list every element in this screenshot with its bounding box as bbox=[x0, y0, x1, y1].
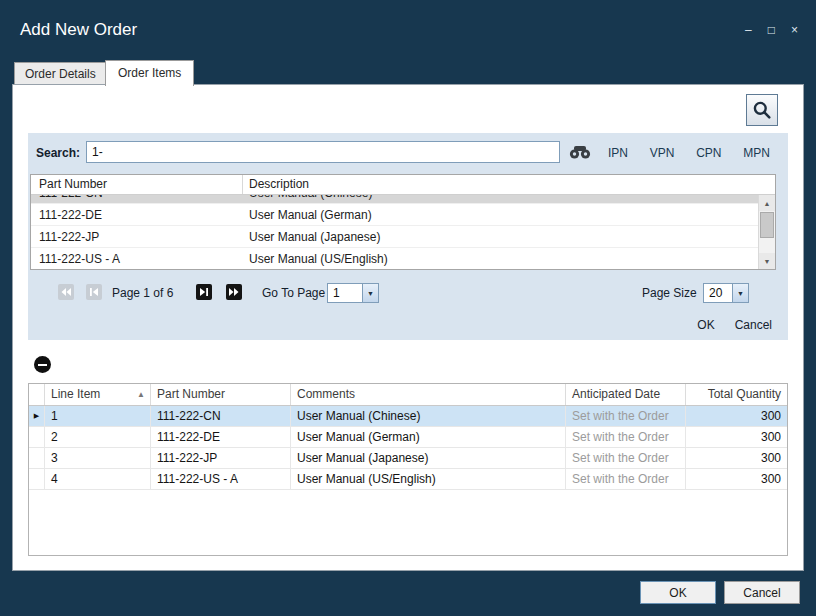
scroll-down-icon[interactable]: ▼ bbox=[759, 253, 775, 269]
row-indicator-cell bbox=[29, 469, 45, 489]
column-header-anticipated-date[interactable]: Anticipated Date bbox=[566, 384, 686, 405]
cell-part-number: 111-222-DE bbox=[31, 208, 243, 222]
column-header-label: Line Item bbox=[51, 384, 100, 405]
row-indicator-column-header bbox=[29, 384, 45, 405]
table-row[interactable]: 2 111-222-DE User Manual (German) Set wi… bbox=[29, 427, 787, 448]
cell-comments: User Manual (German) bbox=[291, 427, 566, 447]
next-page-icon bbox=[197, 285, 211, 299]
cell-description: User Manual (Chinese) bbox=[243, 195, 758, 200]
cell-description: User Manual (Japanese) bbox=[243, 230, 758, 244]
row-indicator-cell bbox=[29, 427, 45, 447]
previous-page-icon bbox=[87, 285, 101, 299]
cell-line-item: 2 bbox=[45, 427, 151, 447]
list-item[interactable]: 111-222-CN User Manual (Chinese) bbox=[31, 195, 758, 204]
column-header-part-number[interactable]: Part Number bbox=[31, 175, 243, 194]
vertical-scrollbar[interactable]: ▲ ▼ bbox=[758, 195, 775, 269]
maximize-button[interactable]: □ bbox=[768, 22, 775, 38]
row-indicator-icon: ▶ bbox=[34, 406, 39, 426]
sort-asc-icon: ▲ bbox=[137, 384, 145, 405]
go-to-page-select[interactable]: 1 ▼ bbox=[327, 283, 379, 303]
order-items-grid-header: Line Item ▲ Part Number Comments Anticip… bbox=[29, 384, 787, 406]
search-results-grid: Part Number Description 111-222-CN User … bbox=[30, 174, 776, 270]
cell-anticipated-date: Set with the Order bbox=[566, 427, 686, 447]
window-title: Add New Order bbox=[20, 20, 137, 40]
scrollbar-thumb[interactable] bbox=[760, 212, 774, 238]
cell-total-quantity: 300 bbox=[686, 427, 787, 447]
search-panel: Search: IPN VPN CPN MPN Part Number Desc… bbox=[28, 133, 788, 340]
search-ok-link[interactable]: OK bbox=[697, 318, 714, 332]
remove-line-item-button[interactable] bbox=[34, 356, 51, 373]
cell-description: User Manual (German) bbox=[243, 208, 758, 222]
table-row[interactable]: ▶ 1 111-222-CN User Manual (Chinese) Set… bbox=[29, 406, 787, 427]
column-header-total-quantity[interactable]: Total Quantity bbox=[686, 384, 787, 405]
list-item[interactable]: 111-222-JP User Manual (Japanese) bbox=[31, 226, 758, 248]
filter-cpn-link[interactable]: CPN bbox=[696, 146, 721, 160]
cell-comments: User Manual (US/English) bbox=[291, 469, 566, 489]
column-header-comments[interactable]: Comments bbox=[291, 384, 566, 405]
first-page-icon bbox=[59, 285, 73, 299]
minus-icon bbox=[38, 364, 47, 366]
last-page-icon bbox=[227, 285, 241, 299]
row-indicator-cell: ▶ bbox=[29, 406, 45, 426]
row-indicator-cell bbox=[29, 448, 45, 468]
search-toggle-button[interactable] bbox=[746, 94, 778, 126]
cell-anticipated-date: Set with the Order bbox=[566, 406, 686, 426]
list-item[interactable]: 111-222-DE User Manual (German) bbox=[31, 204, 758, 226]
search-results-header: Part Number Description bbox=[31, 175, 775, 195]
search-label: Search: bbox=[36, 146, 80, 160]
cell-part-number: 111-222-US - A bbox=[31, 252, 243, 266]
minimize-button[interactable]: – bbox=[745, 22, 752, 38]
list-item[interactable]: 111-222-US - A User Manual (US/English) bbox=[31, 248, 758, 269]
scroll-up-icon[interactable]: ▲ bbox=[759, 195, 775, 211]
page-status: Page 1 of 6 bbox=[112, 286, 173, 300]
search-cancel-link[interactable]: Cancel bbox=[735, 318, 772, 332]
first-page-button[interactable] bbox=[58, 284, 74, 300]
cell-line-item: 1 bbox=[45, 406, 151, 426]
next-page-button[interactable] bbox=[196, 284, 212, 300]
ok-button[interactable]: OK bbox=[640, 581, 716, 604]
search-filter-links: IPN VPN CPN MPN bbox=[608, 146, 770, 160]
column-header-part-number[interactable]: Part Number bbox=[151, 384, 291, 405]
previous-page-button[interactable] bbox=[86, 284, 102, 300]
cell-part-number: 111-222-DE bbox=[151, 427, 291, 447]
filter-mpn-link[interactable]: MPN bbox=[743, 146, 770, 160]
cell-anticipated-date: Set with the Order bbox=[566, 469, 686, 489]
cell-part-number: 111-222-CN bbox=[31, 195, 243, 200]
filter-vpn-link[interactable]: VPN bbox=[650, 146, 675, 160]
page-size-value: 20 bbox=[704, 284, 732, 302]
cell-part-number: 111-222-JP bbox=[151, 448, 291, 468]
search-panel-actions: OK Cancel bbox=[560, 318, 772, 332]
add-new-order-dialog: Add New Order – □ × Order Details Order … bbox=[0, 0, 816, 616]
cell-total-quantity: 300 bbox=[686, 406, 787, 426]
tab-order-items[interactable]: Order Items bbox=[105, 60, 194, 86]
order-items-grid: Line Item ▲ Part Number Comments Anticip… bbox=[28, 383, 788, 556]
cell-total-quantity: 300 bbox=[686, 448, 787, 468]
column-header-line-item[interactable]: Line Item ▲ bbox=[45, 384, 151, 405]
cell-part-number: 111-222-US - A bbox=[151, 469, 291, 489]
page-size-label: Page Size bbox=[642, 286, 697, 300]
chevron-down-icon: ▼ bbox=[732, 284, 748, 302]
window-controls: – □ × bbox=[745, 22, 798, 38]
table-row[interactable]: 3 111-222-JP User Manual (Japanese) Set … bbox=[29, 448, 787, 469]
cell-total-quantity: 300 bbox=[686, 469, 787, 489]
close-button[interactable]: × bbox=[791, 22, 798, 38]
binoculars-icon[interactable] bbox=[568, 144, 592, 164]
cell-anticipated-date: Set with the Order bbox=[566, 448, 686, 468]
search-input[interactable] bbox=[86, 141, 560, 163]
cell-line-item: 3 bbox=[45, 448, 151, 468]
filter-ipn-link[interactable]: IPN bbox=[608, 146, 628, 160]
cancel-button[interactable]: Cancel bbox=[724, 581, 800, 604]
cell-comments: User Manual (Japanese) bbox=[291, 448, 566, 468]
column-header-description[interactable]: Description bbox=[243, 175, 775, 194]
search-results-body: 111-222-CN User Manual (Chinese) 111-222… bbox=[31, 195, 758, 269]
tab-order-details[interactable]: Order Details bbox=[14, 62, 107, 85]
table-row[interactable]: 4 111-222-US - A User Manual (US/English… bbox=[29, 469, 787, 490]
cell-description: User Manual (US/English) bbox=[243, 252, 758, 266]
cell-comments: User Manual (Chinese) bbox=[291, 406, 566, 426]
go-to-page-label: Go To Page bbox=[262, 286, 325, 300]
cell-line-item: 4 bbox=[45, 469, 151, 489]
cell-part-number: 111-222-JP bbox=[31, 230, 243, 244]
page-size-select[interactable]: 20 ▼ bbox=[703, 283, 749, 303]
cell-part-number: 111-222-CN bbox=[151, 406, 291, 426]
last-page-button[interactable] bbox=[226, 284, 242, 300]
